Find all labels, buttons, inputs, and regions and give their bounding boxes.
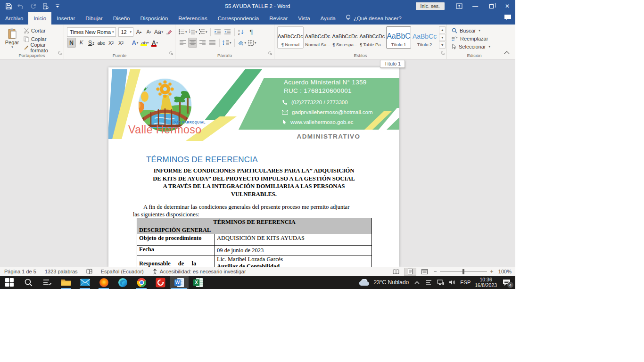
document-area[interactable]: Acuerdo Ministerial N° 1359 RUC : 176812…: [0, 59, 515, 267]
style-normal[interactable]: AaBbCcDc ¶ Normal: [277, 26, 304, 49]
style-normal-sa[interactable]: AaBbCcDc Normal Sa...: [305, 26, 331, 49]
shrink-font-button[interactable]: A▾: [144, 27, 153, 37]
grow-font-button[interactable]: A▴: [134, 27, 143, 37]
style-table-paragraph[interactable]: AaBbCcDc ¶ Table Pa...: [359, 26, 385, 49]
print-preview-icon[interactable]: [41, 2, 49, 10]
tab-vista[interactable]: Vista: [293, 12, 315, 25]
edge-button[interactable]: [113, 276, 132, 289]
redo-icon[interactable]: [29, 2, 37, 10]
weather-widget[interactable]: 23°C Nublado: [359, 279, 409, 286]
style-sin-espaciado[interactable]: AaBbCcDc ¶ Sin espa...: [332, 26, 358, 49]
select-button[interactable]: Seleccionar▾: [450, 42, 500, 50]
align-center-button[interactable]: [188, 38, 197, 48]
tab-correspondencia[interactable]: Correspondencia: [213, 12, 264, 25]
undo-icon[interactable]: [17, 2, 25, 10]
start-button[interactable]: [0, 276, 19, 289]
tab-diseno[interactable]: Diseño: [108, 12, 135, 25]
minimize-button[interactable]: —: [467, 0, 483, 12]
tab-revisar[interactable]: Revisar: [264, 12, 293, 25]
volume-icon[interactable]: [448, 279, 456, 286]
paste-button[interactable]: Pegar ▾: [3, 26, 21, 51]
increase-indent-button[interactable]: [223, 27, 232, 37]
mail-button[interactable]: [75, 276, 94, 289]
language-indicator[interactable]: Español (Ecuador): [97, 267, 148, 276]
font-color-button[interactable]: A▾: [150, 38, 159, 48]
notification-center-button[interactable]: 4: [501, 278, 512, 287]
print-layout-button[interactable]: [404, 268, 416, 276]
word-count[interactable]: 1323 palabras: [41, 267, 82, 276]
proofing-status[interactable]: [82, 267, 97, 276]
underline-button[interactable]: S▾: [87, 38, 96, 48]
sort-button[interactable]: AZ: [237, 27, 246, 37]
zoom-slider-thumb[interactable]: [462, 269, 464, 274]
save-icon[interactable]: [5, 2, 12, 10]
styles-scroll-down-icon[interactable]: ▼: [439, 34, 446, 41]
strikethrough-button[interactable]: abc: [97, 38, 106, 48]
task-list-button[interactable]: [38, 276, 57, 289]
highlight-color-button[interactable]: ab▾: [140, 38, 149, 48]
sign-in-button[interactable]: Inic. ses.: [416, 2, 445, 10]
restore-button[interactable]: [483, 0, 499, 12]
zoom-in-button[interactable]: +: [489, 268, 495, 275]
zoom-slider[interactable]: [440, 268, 487, 276]
document-page[interactable]: Acuerdo Ministerial N° 1359 RUC : 176812…: [108, 67, 399, 267]
excel-button[interactable]: X: [189, 276, 207, 289]
clock[interactable]: 10:36 16/8/2023: [475, 277, 497, 288]
find-button[interactable]: Buscar▾: [450, 26, 500, 34]
superscript-button[interactable]: X2: [116, 38, 125, 48]
show-marks-button[interactable]: ¶: [247, 27, 256, 37]
tab-insertar[interactable]: Insertar: [51, 12, 80, 25]
decrease-indent-button[interactable]: [213, 27, 222, 37]
format-painter-button[interactable]: Copiar formato: [22, 43, 62, 51]
align-right-button[interactable]: [198, 38, 207, 48]
tell-me-box[interactable]: ¿Qué desea hacer?: [341, 12, 406, 25]
file-explorer-button[interactable]: [57, 276, 75, 289]
page-indicator[interactable]: Página 1 de 5: [0, 267, 41, 276]
style-titulo-2[interactable]: AaBbCc Título 2: [412, 26, 437, 49]
zoom-level[interactable]: 100%: [496, 269, 513, 274]
replace-button[interactable]: abac Reemplazar: [450, 34, 500, 42]
styles-dialog-launcher-icon[interactable]: [441, 49, 445, 58]
pdf-app-button[interactable]: [151, 276, 170, 289]
clear-formatting-button[interactable]: [164, 27, 173, 37]
tab-inicio[interactable]: Inicio: [28, 12, 51, 25]
show-hidden-icons-chevron[interactable]: [413, 279, 421, 286]
subscript-button[interactable]: X2: [107, 38, 116, 48]
paragraph-dialog-launcher-icon[interactable]: [268, 49, 272, 58]
text-effects-button[interactable]: A▾: [131, 38, 140, 48]
tab-referencias[interactable]: Referencias: [173, 12, 212, 25]
tab-disposicion[interactable]: Disposición: [135, 12, 173, 25]
word-button[interactable]: W: [170, 276, 189, 289]
align-left-button[interactable]: [178, 38, 187, 48]
styles-more-icon[interactable]: ▼: [439, 41, 446, 49]
cut-button[interactable]: Cortar: [22, 26, 62, 34]
close-button[interactable]: ✕: [499, 0, 515, 12]
zoom-out-button[interactable]: −: [432, 268, 438, 275]
style-titulo-1[interactable]: AaBbC Título 1: [386, 26, 411, 49]
accessibility-status[interactable]: Accesibilidad: es necesario investigar: [148, 267, 250, 276]
font-dialog-launcher-icon[interactable]: [169, 49, 173, 58]
font-size-combo[interactable]: 12▾: [118, 27, 134, 37]
customize-qat-icon[interactable]: [54, 2, 61, 10]
shading-button[interactable]: ▾: [237, 38, 247, 48]
line-spacing-button[interactable]: ▾: [222, 38, 232, 48]
clipboard-dialog-launcher-icon[interactable]: [58, 49, 62, 58]
collapse-ribbon-icon[interactable]: [504, 48, 510, 56]
firefox-button[interactable]: [94, 276, 113, 289]
tray-app-icon[interactable]: [425, 279, 432, 286]
chrome-button[interactable]: [132, 276, 151, 289]
tab-archivo[interactable]: Archivo: [0, 12, 28, 25]
input-language[interactable]: ESP: [460, 280, 471, 285]
italic-button[interactable]: K: [77, 38, 86, 48]
styles-scroll-up-icon[interactable]: ▲: [439, 26, 446, 33]
borders-button[interactable]: ▾: [248, 38, 257, 48]
tab-dibujar[interactable]: Dibujar: [80, 12, 107, 25]
comments-icon[interactable]: [504, 14, 512, 23]
change-case-button[interactable]: Aa▾: [154, 27, 163, 37]
tab-ayuda[interactable]: Ayuda: [315, 12, 341, 25]
ribbon-display-options-icon[interactable]: [451, 0, 467, 12]
network-icon[interactable]: [437, 279, 444, 286]
font-family-combo[interactable]: Times New Roma▾: [67, 27, 116, 37]
bullets-button[interactable]: ▾: [178, 27, 188, 37]
web-layout-button[interactable]: [418, 268, 430, 276]
